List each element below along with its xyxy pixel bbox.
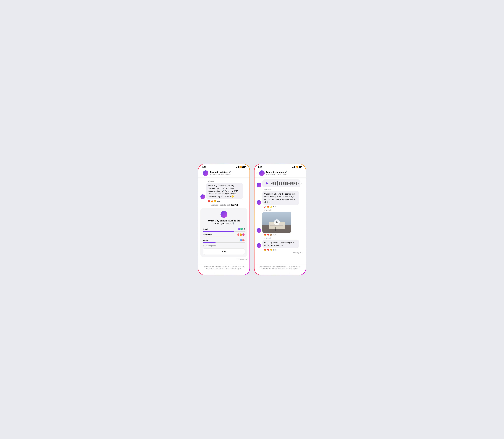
video-message-row bbox=[254, 211, 306, 233]
channel-subtitle-left: Broadcast • 102K members bbox=[210, 173, 247, 175]
header-info-right: Tours & Updates 🎤 Broadcast • 102K membe… bbox=[266, 171, 304, 175]
poll-option-austin[interactable]: Austin 5 bbox=[203, 228, 245, 232]
reactions-r2: 😍 ❤️ 🙊 2.4k bbox=[254, 233, 306, 236]
see-poll-link[interactable]: See Poll bbox=[231, 204, 238, 206]
home-bar-right bbox=[271, 273, 289, 273]
reactions-1: ❤️ 🔥 😍 4.4k bbox=[198, 199, 250, 203]
poll-option-philly[interactable]: Philly bbox=[203, 239, 245, 243]
sender-label-r2: xylamusic bbox=[254, 209, 274, 211]
poll-label-philly: Philly bbox=[203, 239, 208, 241]
status-icons-right: 📶 bbox=[292, 166, 302, 168]
wifi-icon-right: 📶 bbox=[296, 166, 298, 168]
svg-rect-5 bbox=[276, 227, 276, 231]
phone-left: 9:41 📶 ‹ bbox=[198, 164, 250, 275]
waveform bbox=[271, 181, 297, 186]
msg-avatar-r3 bbox=[257, 243, 261, 248]
message-row-r1: Check out a behind the scenes look at th… bbox=[254, 191, 306, 205]
msg-avatar-r1 bbox=[257, 200, 261, 205]
play-icon bbox=[266, 182, 268, 185]
back-button-right[interactable]: ‹ bbox=[257, 171, 258, 175]
poll-voters-austin: 5 bbox=[238, 228, 245, 230]
home-indicator-left bbox=[198, 272, 250, 275]
poll-notice-text: xylamusic created a poll. bbox=[210, 204, 231, 206]
reaction-count-r3: 3.8k bbox=[273, 249, 276, 251]
channel-avatar-left bbox=[203, 171, 208, 176]
channel-subtitle-right: Broadcast • 102K members bbox=[266, 173, 304, 175]
chat-header-right: ‹ Tours & Updates 🎤 Broadcast • 102K mem… bbox=[254, 169, 306, 178]
msg-avatar-audio bbox=[257, 183, 261, 187]
phone-right-wrapper: 9:41 📶 ‹ bbox=[254, 164, 306, 275]
message-row-1: About to go live to answer any questions… bbox=[198, 183, 250, 199]
poll-label-charlotte: Charlotte bbox=[203, 233, 212, 236]
video-play-button[interactable] bbox=[274, 219, 280, 225]
voter-count-austin: 5 bbox=[244, 228, 245, 230]
phone-right: 9:41 📶 ‹ bbox=[254, 164, 306, 275]
audio-message-row: 0:12 bbox=[254, 179, 306, 188]
battery-icon-left bbox=[242, 166, 246, 168]
poll-option-charlotte[interactable]: Charlotte bbox=[203, 233, 245, 237]
chat-area-right: 0:12 xylamusic Check out a behind the sc… bbox=[254, 178, 306, 264]
sender-label-r3: xylamusic bbox=[254, 237, 274, 239]
status-time-right: 9:41 bbox=[258, 166, 262, 168]
message-bubble-1: About to go live to answer any questions… bbox=[206, 183, 243, 199]
phones-container: 9:41 📶 ‹ bbox=[198, 164, 306, 275]
reaction-emoji-r3: 😍 ❤️ 👏 bbox=[264, 249, 273, 251]
signal-icon-left bbox=[236, 166, 239, 168]
poll-title: Which City Should I Add to the I.Am.Xyla… bbox=[203, 219, 245, 225]
reaction-emoji-1: ❤️ 🔥 😍 bbox=[208, 200, 216, 202]
msg-avatar-1 bbox=[200, 195, 205, 199]
home-bar-left bbox=[215, 273, 233, 273]
message-bubble-r1: Check out a behind the scenes look at th… bbox=[262, 191, 299, 205]
poll-card: Which City Should I Add to the I.Am.Xyla… bbox=[200, 208, 247, 257]
channel-name-left: Tours & Updates 🎤 bbox=[210, 171, 247, 173]
play-icon-video bbox=[276, 221, 278, 223]
sender-label-r1: xylamusic bbox=[254, 188, 274, 190]
message-row-r3: First stop: NEW YORK! See you in the big… bbox=[254, 239, 306, 248]
reaction-count-r1: 4.4k bbox=[273, 206, 276, 208]
battery-icon-right bbox=[299, 166, 302, 168]
channel-name-right: Tours & Updates 🎤 bbox=[266, 171, 304, 173]
vote-button[interactable]: Vote bbox=[203, 248, 245, 255]
reaction-count-1: 4.4k bbox=[217, 200, 220, 202]
message-bubble-r3: First stop: NEW YORK! See you in the big… bbox=[262, 240, 299, 248]
status-time-left: 9:41 bbox=[202, 166, 206, 168]
audio-duration: 0:12 bbox=[298, 183, 302, 184]
poll-notice: xylamusic created a poll. See Poll bbox=[198, 203, 250, 207]
video-thumbnail[interactable] bbox=[262, 212, 291, 233]
audio-bubble[interactable]: 0:12 bbox=[262, 180, 300, 187]
back-button-left[interactable]: ‹ bbox=[200, 171, 201, 175]
channel-avatar-right bbox=[259, 171, 264, 176]
audio-play-button[interactable] bbox=[264, 181, 269, 186]
reactions-r1: 🎸 🤩 ✨ 4.4k bbox=[254, 205, 306, 208]
status-bar-right: 9:41 📶 bbox=[254, 164, 306, 169]
reaction-count-r2: 2.4k bbox=[273, 234, 276, 236]
footer-note-right: Never miss an update from xylamusic. Onl… bbox=[254, 264, 306, 272]
header-info-left: Tours & Updates 🎤 Broadcast • 102K membe… bbox=[210, 171, 247, 175]
wifi-icon-left: 📶 bbox=[240, 166, 242, 168]
poll-avatar bbox=[220, 211, 227, 218]
footer-note-left: Never miss an update from xylamusic. Onl… bbox=[198, 264, 250, 272]
reaction-emoji-r2: 😍 ❤️ 🙊 bbox=[264, 233, 273, 236]
seen-label-right: Seen by 28.1K bbox=[254, 251, 306, 255]
reactions-r3: 😍 ❤️ 👏 3.8k bbox=[254, 248, 306, 251]
home-indicator-right bbox=[254, 272, 306, 275]
sender-label-1: xylamusic bbox=[198, 180, 217, 182]
chat-area-left: xylamusic About to go live to answer any… bbox=[198, 178, 250, 264]
seen-label-left: Seen by 23.8K bbox=[198, 258, 250, 261]
status-bar-left: 9:41 📶 bbox=[198, 164, 250, 169]
reaction-emoji-r1: 🎸 🤩 ✨ bbox=[264, 206, 273, 208]
phone-left-wrapper: 9:41 📶 ‹ bbox=[198, 164, 250, 275]
poll-label-austin: Austin bbox=[203, 228, 209, 230]
status-icons-left: 📶 bbox=[236, 166, 246, 168]
poll-voters-charlotte bbox=[237, 233, 245, 236]
signal-icon-right bbox=[292, 166, 295, 168]
msg-avatar-r2 bbox=[257, 228, 261, 233]
poll-more-options: 10 more options bbox=[203, 244, 245, 246]
chat-header-left: ‹ Tours & Updates 🎤 Broadcast • 102K mem… bbox=[198, 169, 250, 178]
poll-voters-philly bbox=[240, 239, 245, 242]
